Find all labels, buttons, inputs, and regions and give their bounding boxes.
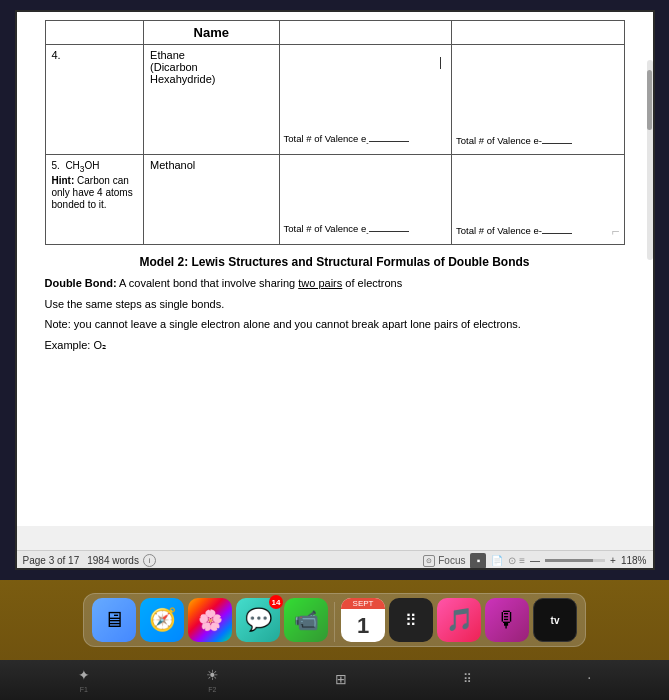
zoom-plus[interactable]: + bbox=[610, 555, 616, 566]
finder-icon: 🖥 bbox=[103, 607, 125, 633]
word-count: 1984 words bbox=[87, 555, 139, 566]
key-f1: ✦ F1 bbox=[78, 667, 90, 693]
calendar-inner: SEPT 1 bbox=[341, 598, 385, 642]
safari-icon: 🧭 bbox=[149, 607, 176, 633]
dock-separator bbox=[334, 602, 335, 642]
dock-item-calendar[interactable]: SEPT 1 bbox=[341, 598, 385, 642]
example-text: Example: O₂ bbox=[45, 337, 625, 354]
taskbar: 🖥 🧭 🌸 💬 14 📹 bbox=[0, 580, 669, 660]
facetime-icon: 📹 bbox=[294, 608, 319, 632]
dock-item-grid[interactable]: ⠿ bbox=[389, 598, 433, 642]
keyboard-strip: ✦ F1 ☀ F2 ⊞ ⠿ · bbox=[0, 660, 669, 700]
view-button[interactable]: ▪ bbox=[470, 553, 486, 569]
dock-item-facetime[interactable]: 📹 bbox=[284, 598, 328, 642]
dock-item-finder[interactable]: 🖥 bbox=[92, 598, 136, 642]
note-text: Note: you cannot leave a single electron… bbox=[45, 316, 625, 333]
page-info: Page 3 of 17 bbox=[23, 555, 80, 566]
appletv-icon: tv bbox=[551, 615, 560, 626]
text-cursor bbox=[440, 57, 441, 69]
row5-struct1: Total # of Valence e- bbox=[279, 155, 451, 245]
model2-section: Model 2: Lewis Structures and Structural… bbox=[45, 255, 625, 353]
messages-icon: 💬 bbox=[245, 607, 272, 633]
table-row: 5. CH3OH Hint: Carbon can only have 4 at… bbox=[45, 155, 624, 245]
zoom-level: 118% bbox=[621, 555, 647, 566]
row5-name: Methanol bbox=[144, 155, 280, 245]
key-mission: ⊞ bbox=[335, 671, 347, 690]
row4-struct1[interactable]: Total # of Valence e- bbox=[279, 45, 451, 155]
worksheet-table: Name 4. Ethane(Di bbox=[45, 20, 625, 245]
col-header-num bbox=[45, 21, 144, 45]
row4-number: 4. bbox=[45, 45, 144, 155]
row4-struct2: Total # of Valence e- bbox=[452, 45, 625, 155]
key-launchpad: ⠿ bbox=[463, 672, 472, 689]
podcasts-icon: 🎙 bbox=[496, 607, 518, 633]
dock-item-music[interactable]: 🎵 bbox=[437, 598, 481, 642]
dock-item-safari[interactable]: 🧭 bbox=[140, 598, 184, 642]
row5-valence-label-2: Total # of Valence e- bbox=[456, 225, 572, 236]
row4-name: Ethane(DicarbonHexahydride) bbox=[144, 45, 280, 155]
calendar-month: SEPT bbox=[341, 598, 385, 609]
photos-icon: 🌸 bbox=[198, 608, 223, 632]
col-header-struct2 bbox=[452, 21, 625, 45]
zoom-slider[interactable] bbox=[545, 559, 605, 562]
status-bar: Page 3 of 17 1984 words i ⊙ Focus ▪ 📄 ⊙ … bbox=[15, 550, 655, 570]
col-header-struct1 bbox=[279, 21, 451, 45]
focus-icon: ⊙ bbox=[423, 555, 435, 567]
word-count-info: 1984 words i bbox=[87, 554, 156, 567]
status-right: ⊙ Focus ▪ 📄 ⊙ ≡ — + 118% bbox=[423, 553, 646, 569]
doc-icon: 📄 bbox=[491, 555, 503, 566]
zoom-minus[interactable]: — bbox=[530, 555, 540, 566]
row4-valence-label-2: Total # of Valence e- bbox=[456, 135, 572, 146]
info-icon[interactable]: i bbox=[143, 554, 156, 567]
row5-number: 5. CH3OH Hint: Carbon can only have 4 at… bbox=[45, 155, 144, 245]
scroll-bar[interactable] bbox=[647, 60, 653, 260]
table-row: 4. Ethane(DicarbonHexahydride) Total # o… bbox=[45, 45, 624, 155]
dock-item-podcasts[interactable]: 🎙 bbox=[485, 598, 529, 642]
col-header-name: Name bbox=[144, 21, 280, 45]
use-same-text: Use the same steps as single bonds. bbox=[45, 296, 625, 313]
row5-struct2: Total # of Valence e- ⌐ bbox=[452, 155, 625, 245]
model2-title: Model 2: Lewis Structures and Structural… bbox=[45, 255, 625, 269]
key-other: · bbox=[588, 671, 592, 689]
scroll-thumb[interactable] bbox=[647, 70, 652, 130]
messages-badge: 14 bbox=[269, 595, 283, 609]
dock-item-photos[interactable]: 🌸 bbox=[188, 598, 232, 642]
grid-icon: ⠿ bbox=[405, 611, 417, 630]
scroll-indicator: ⌐ bbox=[612, 224, 620, 240]
row5-valence-label-1: Total # of Valence e- bbox=[284, 223, 409, 236]
dock: 🖥 🧭 🌸 💬 14 📹 bbox=[83, 593, 586, 647]
double-bond-def: Double Bond: A covalent bond that involv… bbox=[45, 275, 625, 292]
focus-button[interactable]: ⊙ Focus bbox=[423, 555, 465, 567]
calendar-day: 1 bbox=[341, 609, 385, 642]
row4-valence-label-1: Total # of Valence e- bbox=[284, 133, 409, 146]
dock-item-appletv[interactable]: tv bbox=[533, 598, 577, 642]
music-icon: 🎵 bbox=[446, 607, 473, 633]
dock-item-messages[interactable]: 💬 14 bbox=[236, 598, 280, 642]
key-f2: ☀ F2 bbox=[206, 667, 219, 693]
dock-area: 🖥 🧭 🌸 💬 14 📹 bbox=[0, 580, 669, 700]
